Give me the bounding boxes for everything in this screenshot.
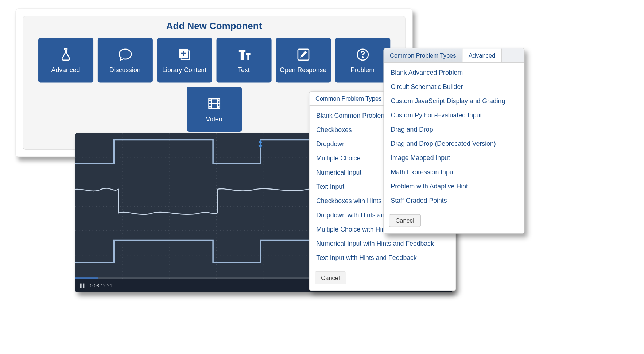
list-item[interactable]: Blank Advanced Problem (384, 65, 524, 79)
tile-library-content[interactable]: Library Content (157, 38, 212, 83)
tile-problem[interactable]: Problem (335, 38, 390, 83)
tab-advanced[interactable]: Advanced (462, 48, 502, 63)
list-item[interactable]: Problem with Adaptive Hint (384, 179, 524, 193)
svg-rect-25 (83, 284, 84, 288)
panel-title: Add New Component (23, 21, 405, 32)
tile-label: Open Response (280, 66, 326, 73)
question-circle-icon (355, 47, 370, 62)
list-item[interactable]: Custom JavaScript Display and Grading (384, 94, 524, 108)
video-time: 0:08 / 2:21 (90, 283, 112, 288)
speech-bubble-icon (118, 47, 132, 62)
svg-rect-24 (80, 284, 81, 288)
tile-label: Discussion (109, 66, 141, 73)
text-icon (236, 47, 251, 62)
edit-square-icon (296, 47, 310, 62)
advanced-problem-types-popup: Common Problem Types Advanced Blank Adva… (383, 48, 524, 234)
svg-point-4 (362, 56, 363, 57)
tile-label: Problem (350, 66, 375, 73)
popup-advanced-tabs: Common Problem Types Advanced (384, 48, 524, 63)
tile-label: Library Content (162, 66, 206, 73)
list-item[interactable]: Drag and Drop (Deprecated Version) (384, 136, 524, 151)
svg-point-7 (209, 106, 210, 107)
cancel-button[interactable]: Cancel (389, 214, 421, 227)
svg-point-8 (218, 100, 219, 101)
list-item[interactable]: Numerical Input with Hints and Feedback (309, 236, 455, 250)
tile-label: Video (206, 115, 222, 122)
tab-common-problem-types[interactable]: Common Problem Types (384, 48, 463, 62)
list-item[interactable]: Math Expression Input (384, 165, 524, 179)
advanced-problem-list: Blank Advanced Problem Circuit Schematic… (384, 63, 524, 210)
list-item[interactable]: Drag and Drop (384, 122, 524, 136)
list-item[interactable]: Circuit Schematic Builder (384, 79, 524, 94)
list-item[interactable]: Custom Python-Evaluated Input (384, 108, 524, 122)
list-item[interactable]: Text Input with Hints and Feedback (309, 250, 455, 265)
tile-discussion[interactable]: Discussion (97, 38, 152, 83)
tile-label: Advanced (51, 66, 80, 73)
list-item[interactable]: Staff Graded Points (384, 193, 524, 207)
tile-label: Text (238, 66, 249, 73)
pause-button[interactable] (79, 283, 85, 288)
flask-icon (58, 47, 73, 62)
svg-point-6 (209, 100, 210, 101)
list-item[interactable]: Image Mapped Input (384, 151, 524, 165)
svg-point-9 (218, 106, 219, 107)
tab-common-problem-types[interactable]: Common Problem Types (309, 92, 388, 106)
tile-text[interactable]: Text (216, 38, 271, 83)
library-plus-icon (177, 47, 192, 62)
tile-video[interactable]: Video (187, 87, 242, 132)
cancel-button[interactable]: Cancel (315, 272, 346, 284)
tile-open-response[interactable]: Open Response (276, 38, 331, 83)
tile-advanced[interactable]: Advanced (38, 38, 93, 83)
film-icon (207, 96, 221, 111)
